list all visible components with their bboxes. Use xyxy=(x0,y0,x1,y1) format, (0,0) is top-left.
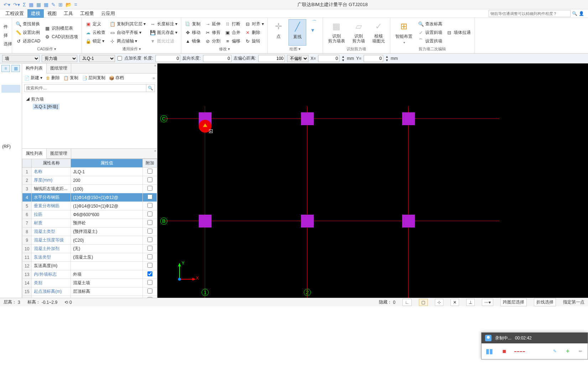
prop-value[interactable]: 混凝土墙 xyxy=(71,279,143,287)
folder-icon[interactable]: 📂 xyxy=(66,2,72,7)
rbtn-define[interactable]: ▣定义 xyxy=(84,20,107,28)
rbtn-merge[interactable]: ▣合并 xyxy=(223,29,242,36)
rbtn-point[interactable]: ✛点 xyxy=(270,19,287,46)
attach-checkbox[interactable] xyxy=(147,280,152,285)
th-name[interactable]: 属性名称 xyxy=(32,159,71,168)
spinner-y[interactable]: ▲▼ xyxy=(385,55,389,62)
rbtn-trim[interactable]: ✂修剪 xyxy=(203,29,222,36)
input-reverse[interactable] xyxy=(203,55,231,62)
prop-attach[interactable] xyxy=(143,262,157,270)
rbtn-set-scale[interactable]: 📏设置比例 xyxy=(14,29,42,36)
rbtn-cloud-check[interactable]: ☁云检查 xyxy=(84,29,107,36)
tab-properties[interactable]: 属性列表 xyxy=(22,149,47,159)
ribbon-group-label[interactable]: CAD操作 ▾ xyxy=(14,46,79,52)
attach-checkbox[interactable] xyxy=(147,237,152,242)
prop-value[interactable]: (预拌混凝土) xyxy=(71,228,143,236)
property-row[interactable]: 16 终点顶标高(m) 层顶标高 xyxy=(22,296,157,298)
snap-box[interactable]: ▢ xyxy=(419,299,428,306)
property-row[interactable]: 8 混凝土类型 (预拌混凝土) xyxy=(22,228,157,236)
pause-button[interactable]: ▮▮ xyxy=(484,346,494,356)
rbtn-elem-save[interactable]: 💾图元存盘 ▾ xyxy=(149,29,179,36)
prop-attach[interactable] xyxy=(143,193,157,202)
prop-attach[interactable] xyxy=(143,279,157,287)
tab-drawings[interactable]: 图纸管理 xyxy=(47,63,71,73)
sel-offset[interactable]: 不偏移 xyxy=(287,55,308,62)
column-b1[interactable] xyxy=(199,215,212,228)
prop-close-icon[interactable]: × xyxy=(154,149,156,153)
attach-checkbox[interactable] xyxy=(147,297,152,298)
snap-cross[interactable]: ✕ xyxy=(451,299,459,306)
prop-attach[interactable] xyxy=(143,270,157,279)
prop-value[interactable]: (C20) xyxy=(71,236,143,245)
th-attach[interactable]: 附加 xyxy=(143,159,157,168)
rbtn-copy[interactable]: ⿻复制 xyxy=(183,20,202,28)
more-icon[interactable]: » xyxy=(152,76,155,81)
menu-modeling[interactable]: 建模 xyxy=(27,9,44,18)
ribbon-group-label[interactable]: 修改 ▾ xyxy=(183,46,265,52)
tab-layers[interactable]: 图层管理 xyxy=(47,149,71,158)
attach-checkbox[interactable] xyxy=(147,254,152,259)
menu-cloud[interactable]: 云应用 xyxy=(98,9,119,18)
spinner-x[interactable]: ▲▼ xyxy=(342,55,345,62)
ruler-icon[interactable]: ⊞ xyxy=(58,2,63,7)
drawing-viewport[interactable]: C B 1 2 + Y X xyxy=(157,63,588,298)
rbtn-restore-cad[interactable]: ↺还原CAD xyxy=(14,37,42,45)
prop-value[interactable]: Φ6@600*600 xyxy=(71,210,143,219)
btn-floor-copy[interactable]: 📑层间复制 xyxy=(82,75,105,81)
prop-attach[interactable] xyxy=(143,287,157,296)
input-x[interactable] xyxy=(318,55,339,62)
attach-checkbox[interactable] xyxy=(147,246,152,251)
prop-value[interactable]: 预拌砼 xyxy=(71,219,143,228)
rbtn-break[interactable]: ⁝⁝打断 xyxy=(223,20,242,28)
property-row[interactable]: 1 名称 JLQ-1 xyxy=(22,168,157,176)
help-search-input[interactable] xyxy=(489,10,571,17)
property-row[interactable]: 6 拉筋 Φ6@600*600 xyxy=(22,210,157,219)
menu-tools[interactable]: 工具 xyxy=(60,9,77,18)
input-length[interactable] xyxy=(155,55,180,62)
prop-attach[interactable] xyxy=(143,168,157,176)
property-row[interactable]: 12 泵送高度(m) xyxy=(22,262,157,270)
redo-icon[interactable]: ↷▾ xyxy=(13,2,20,7)
rbtn-floor-table[interactable]: ▦识别楼层表 xyxy=(43,25,79,32)
attach-checkbox[interactable] xyxy=(147,288,152,293)
equals-icon[interactable]: = xyxy=(74,2,77,7)
property-row[interactable]: 5 垂直分布钢筋 (1)Φ14@150+(1)Φ12@ xyxy=(22,202,157,210)
chk-point-length[interactable] xyxy=(117,56,122,61)
tab-components[interactable]: 构件列表 xyxy=(22,63,47,73)
tree-root[interactable]: ◢ 剪力墙 xyxy=(26,96,153,103)
prop-value[interactable]: (混凝土泵) xyxy=(71,253,143,262)
prop-value[interactable]: 200 xyxy=(71,176,143,185)
snap-ortho[interactable]: ⊹ xyxy=(435,299,443,306)
rbtn-split[interactable]: ⊘分割 xyxy=(203,37,222,45)
prop-value[interactable]: 层顶标高 xyxy=(71,287,143,296)
rbtn-line[interactable]: ╱直线 xyxy=(288,19,306,46)
property-row[interactable]: 15 起点顶标高(m) 层顶标高 xyxy=(22,287,157,296)
attach-checkbox[interactable] xyxy=(147,271,152,276)
column-b3[interactable] xyxy=(402,215,415,228)
sum-icon[interactable]: Σ xyxy=(23,2,26,7)
stop-button[interactable]: ■ xyxy=(499,346,509,356)
prop-attach[interactable] xyxy=(143,236,157,245)
property-row[interactable]: 11 泵送类型 (混凝土泵) xyxy=(22,253,157,262)
ribbon-group-label[interactable]: 通用操作 ▾ xyxy=(84,46,179,52)
sel-component[interactable]: JLQ-1 xyxy=(79,55,115,62)
column-c2[interactable] xyxy=(301,112,314,125)
sel-category[interactable]: 墙 xyxy=(2,55,40,62)
menu-quantity[interactable]: 工程量 xyxy=(77,9,98,18)
prop-attach[interactable] xyxy=(143,202,157,210)
attach-checkbox[interactable] xyxy=(147,263,152,268)
screen-recorder[interactable]: 录制中... 00:02:42 ▮▮ ■ ✎ ✚ ✏ xyxy=(481,332,588,359)
rot-icon[interactable]: ⟲ xyxy=(64,300,68,305)
property-row[interactable]: 14 类别 混凝土墙 xyxy=(22,279,157,287)
ribbon-group-label[interactable]: 绘图 ▾ xyxy=(270,46,321,52)
rbtn-rotate[interactable]: ↻旋转 xyxy=(243,37,265,45)
prop-value[interactable]: (1)Φ14@150+(1)Φ12@ xyxy=(71,193,143,202)
input-left-offset[interactable] xyxy=(258,55,285,62)
rbtn-cad-options[interactable]: ⚙CAD识别选项 xyxy=(43,33,79,41)
rec-tool-edit[interactable]: ✏ xyxy=(576,347,585,356)
property-row[interactable]: 7 材质 预拌砼 xyxy=(22,219,157,228)
attach-checkbox[interactable] xyxy=(147,194,152,199)
rbtn-move[interactable]: ✥移动 xyxy=(183,29,202,36)
comp-search-btn[interactable]: 🔍 xyxy=(146,84,155,92)
attach-checkbox[interactable] xyxy=(147,220,152,225)
